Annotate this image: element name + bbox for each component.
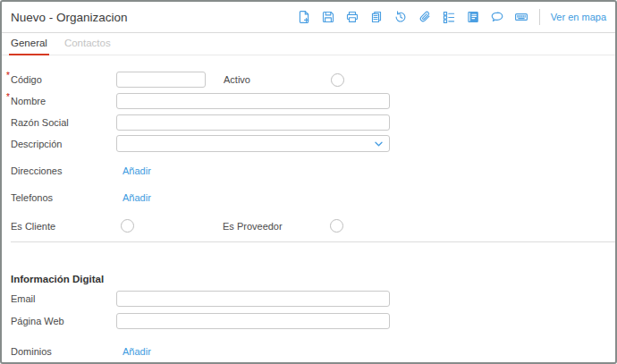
cliente-proveedor-row: Es Cliente Es Proveedor [2,219,615,233]
email-row: Email [2,291,615,307]
copy-icon[interactable] [369,10,384,24]
razon-social-input[interactable] [116,114,390,131]
email-label: Email [11,293,116,304]
history-icon[interactable] [393,10,408,24]
nombre-row: *Nombre [2,93,615,109]
codigo-input[interactable] [116,72,206,88]
digital-section-title: Información Digital [2,274,615,285]
es-proveedor-radio[interactable] [330,219,343,233]
dominios-label: Dominios [11,346,116,357]
activo-radio[interactable] [331,73,344,87]
es-cliente-radio[interactable] [121,219,134,233]
descripcion-row: Descripción [2,135,615,152]
dominios-add-link[interactable]: Añadir [123,346,151,357]
telefonos-add-link[interactable]: Añadir [123,192,151,203]
keyboard-icon[interactable] [514,10,528,24]
comment-icon[interactable] [490,10,504,24]
form-general: *Código Activo *Nombre Razón Social Desc… [2,72,615,358]
telefonos-row: Telefonos Añadir [2,191,615,204]
chevron-down-icon [374,139,384,148]
nombre-label: *Nombre [11,96,116,106]
codigo-label: *Código [11,74,116,85]
telefonos-label: Telefonos [11,192,116,203]
checklist-icon[interactable] [442,10,456,24]
pagina-web-field[interactable] [116,313,390,329]
email-field[interactable] [116,291,390,307]
direcciones-add-link[interactable]: Añadir [123,165,151,176]
toolbar: Ver en mapa [297,9,606,25]
descripcion-label: Descripción [11,139,116,149]
section-divider [11,241,615,242]
razon-social-row: Razón Social [2,114,615,131]
nombre-input[interactable] [116,93,390,109]
direcciones-row: Direcciones Añadir [2,165,615,177]
tab-general[interactable]: General [9,33,49,55]
activo-label: Activo [224,74,331,85]
organization-form-window: Nuevo - Organizacion [0,0,617,364]
direcciones-label: Direcciones [11,165,116,176]
journal-icon[interactable] [466,10,480,24]
page-title: Nuevo - Organizacion [11,11,128,24]
titlebar: Nuevo - Organizacion [2,2,615,33]
razon-social-label: Razón Social [11,117,116,128]
es-proveedor-label: Es Proveedor [223,221,330,232]
new-document-icon[interactable] [297,10,311,24]
dominios-row: Dominios Añadir [2,345,615,358]
save-icon[interactable] [321,10,335,24]
pagina-web-label: Página Web [11,316,116,326]
es-cliente-label: Es Cliente [11,221,116,232]
tab-bar: General Contactos [2,33,615,55]
codigo-row: *Código Activo [2,72,615,88]
attachment-icon[interactable] [418,10,432,24]
descripcion-select[interactable] [116,135,390,152]
toolbar-divider [539,9,540,25]
print-icon[interactable] [345,10,359,24]
required-marker: * [6,92,10,102]
pagina-web-row: Página Web [2,313,615,329]
view-on-map-link[interactable]: Ver en mapa [551,12,606,22]
tab-contactos[interactable]: Contactos [63,33,113,55]
required-marker: * [6,71,10,80]
